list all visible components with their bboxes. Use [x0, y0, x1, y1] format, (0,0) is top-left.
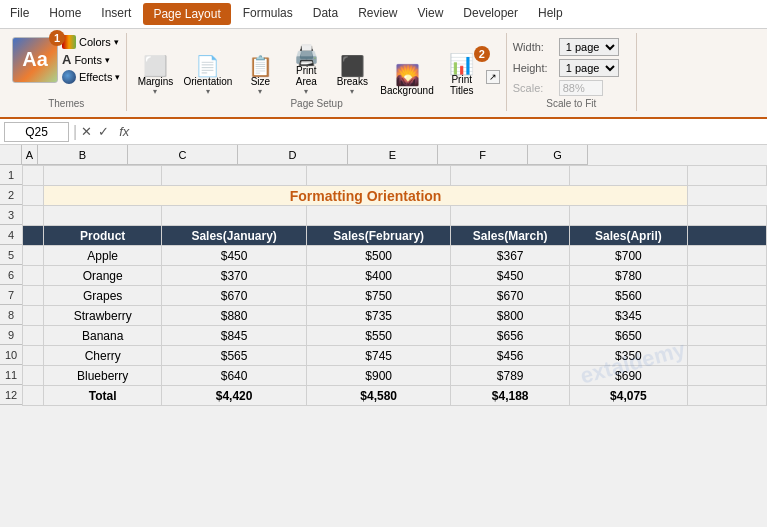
cell-r6-c3[interactable]: $400: [306, 266, 451, 286]
cell-r9-c1[interactable]: Banana: [44, 326, 162, 346]
cell-r4-c1[interactable]: Product: [44, 226, 162, 246]
cell-r8-c0[interactable]: [23, 306, 44, 326]
cell-r5-c3[interactable]: $500: [306, 246, 451, 266]
cell-r9-c6[interactable]: [688, 326, 767, 346]
cell-r9-c4[interactable]: $656: [451, 326, 569, 346]
cell-r11-c4[interactable]: $789: [451, 366, 569, 386]
height-select[interactable]: 1 page: [559, 59, 619, 77]
cell-r7-c6[interactable]: [688, 286, 767, 306]
menu-item-home[interactable]: Home: [39, 2, 91, 26]
cell-r11-c0[interactable]: [23, 366, 44, 386]
cell-r5-c1[interactable]: Apple: [44, 246, 162, 266]
cell-r6-c4[interactable]: $450: [451, 266, 569, 286]
fonts-button[interactable]: A Fonts ▾: [62, 52, 120, 67]
cell-r12-c3[interactable]: $4,580: [306, 386, 451, 406]
cell-r7-c3[interactable]: $750: [306, 286, 451, 306]
cell-r3-c5[interactable]: [569, 206, 687, 226]
cell-r5-c6[interactable]: [688, 246, 767, 266]
cell-r10-c4[interactable]: $456: [451, 346, 569, 366]
cell-r6-c1[interactable]: Orange: [44, 266, 162, 286]
cell-r4-c3[interactable]: Sales(February): [306, 226, 451, 246]
menu-item-review[interactable]: Review: [348, 2, 407, 26]
cell-r4-c6[interactable]: [688, 226, 767, 246]
cell-r12-c0[interactable]: [23, 386, 44, 406]
cell-r1-c6[interactable]: [688, 166, 767, 186]
menu-item-view[interactable]: View: [408, 2, 454, 26]
cell-r8-c2[interactable]: $880: [162, 306, 307, 326]
cell-r11-c3[interactable]: $900: [306, 366, 451, 386]
cell-r8-c3[interactable]: $735: [306, 306, 451, 326]
cell-r7-c0[interactable]: [23, 286, 44, 306]
cell-r1-c4[interactable]: [451, 166, 569, 186]
cell-r3-c6[interactable]: [688, 206, 767, 226]
cell-r6-c2[interactable]: $370: [162, 266, 307, 286]
cell-r5-c5[interactable]: $700: [569, 246, 687, 266]
confirm-formula-icon[interactable]: ✓: [98, 124, 109, 139]
cell-r8-c4[interactable]: $800: [451, 306, 569, 326]
cell-r4-c2[interactable]: Sales(January): [162, 226, 307, 246]
menu-item-help[interactable]: Help: [528, 2, 573, 26]
page-setup-dialog-launcher[interactable]: ↗: [486, 70, 500, 84]
cell-r8-c5[interactable]: $345: [569, 306, 687, 326]
menu-item-page-layout[interactable]: Page Layout: [143, 3, 230, 25]
cell-r5-c4[interactable]: $367: [451, 246, 569, 266]
cell-r5-c0[interactable]: [23, 246, 44, 266]
background-button[interactable]: 🌄 Background: [376, 63, 437, 98]
print-area-button[interactable]: 🖨️ PrintArea ▾: [284, 43, 328, 98]
breaks-button[interactable]: ⬛ Breaks ▾: [330, 54, 374, 98]
margins-button[interactable]: ⬜ Margins ▾: [133, 54, 177, 98]
cell-r11-c2[interactable]: $640: [162, 366, 307, 386]
menu-item-data[interactable]: Data: [303, 2, 348, 26]
cell-r7-c4[interactable]: $670: [451, 286, 569, 306]
cell-r6-c5[interactable]: $780: [569, 266, 687, 286]
menu-item-developer[interactable]: Developer: [453, 2, 528, 26]
themes-button[interactable]: Aa 1: [12, 37, 58, 83]
cell-r9-c0[interactable]: [23, 326, 44, 346]
cell-r6-c0[interactable]: [23, 266, 44, 286]
colors-button[interactable]: Colors ▾: [62, 35, 120, 49]
cell-r11-c6[interactable]: [688, 366, 767, 386]
cell-r10-c0[interactable]: [23, 346, 44, 366]
cell-r4-c0[interactable]: [23, 226, 44, 246]
cell-r7-c5[interactable]: $560: [569, 286, 687, 306]
cell-r12-c4[interactable]: $4,188: [451, 386, 569, 406]
cell-r3-c4[interactable]: [451, 206, 569, 226]
orientation-button[interactable]: 📄 Orientation ▾: [179, 54, 236, 98]
cell-r11-c1[interactable]: Blueberry: [44, 366, 162, 386]
cell-r1-c0[interactable]: [23, 166, 44, 186]
cell-r1-c1[interactable]: [44, 166, 162, 186]
cell-r1-c5[interactable]: [569, 166, 687, 186]
cell-r3-c1[interactable]: [44, 206, 162, 226]
cell-r10-c3[interactable]: $745: [306, 346, 451, 366]
cell-r3-c0[interactable]: [23, 206, 44, 226]
cell-r12-c6[interactable]: [688, 386, 767, 406]
cell-r8-c1[interactable]: Strawberry: [44, 306, 162, 326]
cell-r2-c1[interactable]: Formatting Orientation: [44, 186, 688, 206]
cell-r2-c0[interactable]: [23, 186, 44, 206]
cell-r12-c1[interactable]: Total: [44, 386, 162, 406]
print-titles-button[interactable]: 📊 PrintTitles 2: [440, 52, 484, 98]
cell-r8-c6[interactable]: [688, 306, 767, 326]
size-button[interactable]: 📋 Size ▾: [238, 54, 282, 98]
cell-r1-c3[interactable]: [306, 166, 451, 186]
menu-item-formulas[interactable]: Formulas: [233, 2, 303, 26]
effects-button[interactable]: Effects ▾: [62, 70, 120, 84]
cell-r7-c2[interactable]: $670: [162, 286, 307, 306]
data-grid[interactable]: Formatting OrientationProductSales(Janua…: [22, 165, 767, 406]
cancel-formula-icon[interactable]: ✕: [81, 124, 92, 139]
cell-r7-c1[interactable]: Grapes: [44, 286, 162, 306]
scale-input[interactable]: [559, 80, 603, 96]
width-select[interactable]: 1 page: [559, 38, 619, 56]
cell-r6-c6[interactable]: [688, 266, 767, 286]
cell-r12-c2[interactable]: $4,420: [162, 386, 307, 406]
menu-item-insert[interactable]: Insert: [91, 2, 141, 26]
cell-r3-c2[interactable]: [162, 206, 307, 226]
cell-reference-input[interactable]: [4, 122, 69, 142]
cell-r4-c4[interactable]: Sales(March): [451, 226, 569, 246]
menu-item-file[interactable]: File: [0, 2, 39, 26]
cell-r10-c6[interactable]: [688, 346, 767, 366]
cell-r3-c3[interactable]: [306, 206, 451, 226]
cell-r10-c1[interactable]: Cherry: [44, 346, 162, 366]
cell-r1-c2[interactable]: [162, 166, 307, 186]
cell-r10-c2[interactable]: $565: [162, 346, 307, 366]
